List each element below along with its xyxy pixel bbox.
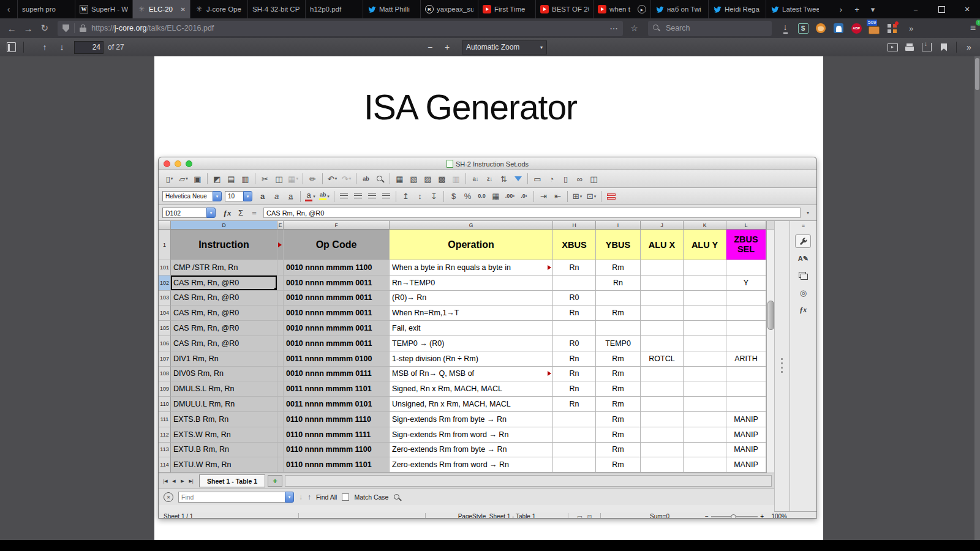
cell-I107[interactable]: Rm — [596, 351, 641, 367]
minimize-button[interactable]: – — [903, 0, 929, 18]
cell-H102[interactable] — [553, 276, 596, 291]
cell-F111[interactable]: 0110 nnnn mmmm 1110 — [284, 412, 390, 427]
insert-rows-icon[interactable]: ▦ — [393, 172, 407, 186]
cell-K106[interactable] — [684, 336, 726, 351]
font-size-dropdown-icon[interactable]: ▾ — [243, 191, 252, 201]
header-cell-ybus[interactable]: YBUS — [596, 230, 641, 260]
find-field[interactable]: ▾ — [178, 492, 294, 503]
zoom-slider[interactable]: − + — [705, 513, 764, 519]
sort-icon[interactable]: ⇅ — [497, 172, 511, 186]
first-sheet-icon[interactable]: |◀ — [161, 476, 170, 486]
cell-D107[interactable]: DIV1 Rm, Rn — [171, 351, 277, 367]
select-all-corner[interactable] — [159, 221, 171, 230]
print-preview-icon[interactable]: ▥ — [238, 172, 252, 186]
undo-icon[interactable]: ↶▾ — [325, 172, 339, 186]
cell-I114[interactable]: Rm — [596, 457, 641, 473]
cell-G107[interactable]: 1-step division (Rn ÷ Rm) — [390, 351, 553, 367]
cell-F102[interactable]: 0010 nnnn mmmm 0011 — [284, 276, 390, 291]
cell-L108[interactable] — [726, 367, 766, 382]
cell-G104[interactable]: When Rn=Rm,1→T — [390, 305, 553, 321]
cell-D114[interactable]: EXTU.W Rm, Rn — [171, 457, 277, 473]
row-header-1[interactable]: 1 — [159, 230, 171, 260]
column-header-E[interactable]: E — [277, 221, 284, 230]
cell-E103[interactable] — [277, 291, 284, 306]
cell-D108[interactable]: DIV0S Rm, Rn — [171, 367, 277, 382]
cell-E110[interactable] — [277, 397, 284, 412]
cell-G102[interactable]: Rn→TEMP0 — [390, 276, 553, 291]
borders-icon[interactable]: ⊞▾ — [570, 189, 584, 203]
forward-button[interactable]: → — [20, 20, 37, 37]
border-style-icon[interactable]: ⊡▾ — [584, 189, 598, 203]
cell-F109[interactable]: 0011 nnnn mmmm 1101 — [284, 381, 390, 397]
row-header-101[interactable]: 101 — [159, 260, 171, 276]
tab-2[interactable]: WSuperH - W — [75, 0, 132, 18]
zoom-level-dropdown[interactable]: Automatic Zoom ▾ — [462, 40, 547, 54]
reload-button[interactable]: ↻ — [36, 20, 53, 37]
tab-9[interactable]: First Time — [478, 0, 535, 18]
header-cell-aluy[interactable]: ALU Y — [684, 230, 726, 260]
cell-E111[interactable] — [277, 412, 284, 427]
tab-1[interactable]: superh pro — [17, 0, 75, 18]
align-top-icon[interactable]: ↥ — [399, 189, 413, 203]
cell-H105[interactable] — [553, 321, 596, 336]
previous-page-button[interactable]: ↑ — [36, 39, 53, 55]
header-cell-zbus-sel[interactable]: ZBUS SEL — [726, 230, 766, 260]
cell-J111[interactable] — [641, 412, 684, 427]
maximize-button[interactable] — [929, 0, 954, 18]
zoom-slider-knob[interactable] — [731, 514, 736, 519]
cell-H107[interactable]: Rn — [553, 351, 596, 367]
sort-descending-icon[interactable]: z↓ — [483, 172, 497, 186]
cell-J103[interactable] — [641, 291, 684, 306]
currency-icon[interactable]: $ — [447, 189, 461, 203]
cell-L101[interactable] — [726, 260, 766, 276]
tab-close-button[interactable]: ✕ — [181, 6, 186, 13]
cell-name-box[interactable]: D102 ▾ — [162, 208, 216, 218]
tab-13[interactable]: Heidi Rega — [708, 0, 766, 18]
cell-K107[interactable] — [684, 351, 726, 367]
cell-K105[interactable] — [684, 321, 726, 336]
cell-F104[interactable]: 0010 nnnn mmmm 0011 — [284, 305, 390, 321]
row-header-111[interactable]: 111 — [159, 412, 171, 427]
next-sheet-icon[interactable]: ▶ — [178, 476, 187, 486]
cell-L104[interactable] — [726, 305, 766, 321]
column-header-I[interactable]: I — [596, 221, 641, 230]
cell-H112[interactable] — [553, 427, 596, 443]
clone-formatting-icon[interactable]: ✏ — [306, 172, 320, 186]
cut-icon[interactable]: ✂ — [258, 172, 272, 186]
find-dropdown-icon[interactable]: ▾ — [285, 492, 294, 503]
cell-G101[interactable]: When a byte in Rn equals a byte in — [390, 260, 553, 276]
row-header-110[interactable]: 110 — [159, 397, 171, 412]
edit-mode-icon[interactable]: ◩ — [210, 172, 224, 186]
bold-icon[interactable]: a — [255, 189, 270, 203]
row-header-113[interactable]: 113 — [159, 443, 171, 458]
browser-scrollbar[interactable] — [974, 56, 980, 540]
more-tools-button[interactable]: » — [960, 39, 978, 55]
print-button[interactable] — [901, 39, 918, 55]
add-sheet-button[interactable]: + — [268, 475, 282, 487]
tab-3[interactable]: ✳ELC-20✕ — [132, 0, 190, 18]
cell-G111[interactable]: Sign-extends Rm from byte → Rn — [390, 412, 553, 427]
decrease-indent-icon[interactable]: ⇤ — [551, 189, 565, 203]
font-size-combobox[interactable]: 10 ▾ — [225, 191, 252, 201]
cell-I102[interactable]: Rn — [596, 276, 641, 291]
cell-L112[interactable]: MANIP — [726, 427, 766, 443]
cell-J102[interactable] — [641, 276, 684, 291]
cell-F101[interactable]: 0010 nnnn mmmm 1100 — [284, 260, 390, 276]
copy-icon[interactable]: ◫ — [272, 172, 286, 186]
cell-K102[interactable] — [684, 276, 726, 291]
insert-image-icon[interactable]: ▭ — [530, 172, 545, 186]
cell-L102[interactable]: Y — [726, 276, 766, 291]
cell-F105[interactable]: 0010 nnnn mmmm 0011 — [284, 321, 390, 336]
tab-10[interactable]: BEST OF 20 — [535, 0, 593, 18]
cell-L113[interactable]: MANIP — [726, 443, 766, 458]
cell-G103[interactable]: (R0)→ Rn — [390, 291, 553, 306]
sidebar-settings-icon[interactable]: ≡ — [802, 223, 805, 231]
cell-G114[interactable]: Zero-extends Rm from word → Rn — [390, 457, 553, 473]
properties-deck-icon[interactable] — [795, 234, 811, 248]
cell-L103[interactable] — [726, 291, 766, 306]
zoom-in-button[interactable]: + — [439, 39, 456, 55]
cell-E108[interactable] — [277, 367, 284, 382]
screenshot-extension-icon[interactable]: 509 — [868, 22, 880, 34]
tab-14[interactable]: Latest Twee — [766, 0, 823, 18]
find-replace-icon[interactable] — [373, 172, 387, 186]
